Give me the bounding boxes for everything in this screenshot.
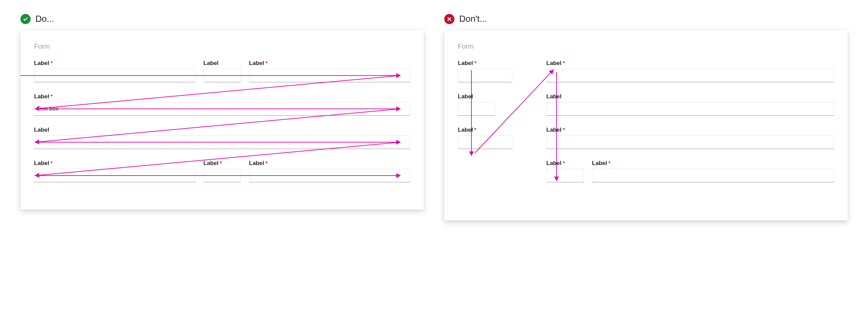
field-label-text: Label	[458, 93, 473, 100]
form-field: Label*	[546, 160, 584, 182]
required-marker: *	[50, 60, 52, 65]
x-icon	[444, 14, 454, 24]
required-marker: *	[474, 127, 476, 132]
form-field: Label*	[546, 60, 834, 82]
form-field: Label*	[249, 160, 411, 182]
field-label-text: Label	[34, 160, 49, 167]
check-icon	[20, 14, 31, 24]
form-row: Label*LabelLabel*	[34, 60, 410, 82]
text-input[interactable]: Text box	[34, 102, 410, 116]
form-row: Label*Label*Label*	[34, 160, 410, 182]
form-field: Label*	[249, 60, 411, 82]
text-input[interactable]	[458, 69, 512, 82]
text-input[interactable]	[592, 169, 834, 182]
text-input[interactable]	[34, 135, 410, 149]
form-field: Label	[34, 127, 410, 149]
field-label: Label*	[592, 160, 834, 167]
text-input[interactable]	[546, 135, 834, 149]
required-marker: *	[220, 160, 222, 165]
field-label-text: Label	[204, 160, 219, 167]
field-label-text: Label	[458, 127, 473, 133]
text-input[interactable]	[34, 69, 195, 82]
dont-heading-text: Don't...	[459, 14, 487, 24]
field-label: Label	[34, 127, 410, 133]
form-field: Label*	[592, 160, 834, 182]
text-input[interactable]	[458, 102, 495, 116]
field-label: Label*	[249, 60, 411, 67]
field-label-text: Label	[546, 93, 561, 100]
form-field: Label*	[34, 60, 195, 82]
field-label-text: Label	[34, 93, 49, 100]
field-label: Label*	[34, 93, 410, 100]
field-label-text: Label	[34, 127, 49, 133]
text-input[interactable]	[34, 169, 195, 182]
field-label: Label	[546, 93, 834, 100]
form-field: Label*	[458, 60, 512, 82]
required-marker: *	[474, 60, 476, 65]
text-input[interactable]	[204, 169, 241, 182]
form-row: Label*Label*	[546, 160, 834, 193]
form-row: Label*Text box	[34, 93, 410, 116]
required-marker: *	[563, 127, 565, 132]
field-label-text: Label	[546, 127, 561, 133]
form-title: Form	[458, 43, 834, 50]
field-label: Label*	[458, 127, 512, 133]
required-marker: *	[266, 60, 268, 65]
required-marker: *	[50, 94, 52, 99]
required-marker: *	[608, 160, 610, 165]
required-marker: *	[563, 60, 565, 65]
do-card: Form Label*LabelLabel*Label*Text boxLabe…	[20, 30, 424, 210]
form-field: Label	[204, 60, 241, 82]
dont-heading: Don't...	[444, 14, 848, 24]
form-field: Label*	[204, 160, 241, 182]
dont-card: Form Label*LabelLabel* Label*LabelLabel*…	[444, 30, 848, 220]
do-heading: Do...	[20, 14, 424, 24]
form-field: Label*	[546, 127, 834, 149]
form-field: Label	[458, 93, 495, 116]
form-row: Label	[34, 127, 410, 149]
field-label-text: Label	[546, 160, 561, 167]
field-label: Label*	[204, 160, 241, 167]
do-column: Do... Form Label*LabelLabel*Label*Text b…	[20, 14, 424, 210]
form-field: Label*	[458, 127, 512, 149]
field-label: Label*	[34, 60, 195, 67]
field-label: Label	[204, 60, 241, 67]
field-label: Label	[458, 93, 495, 100]
text-input[interactable]	[249, 69, 411, 82]
field-label-text: Label	[204, 60, 219, 67]
text-input[interactable]	[249, 169, 411, 182]
text-input[interactable]	[458, 135, 512, 149]
do-heading-text: Do...	[35, 14, 54, 24]
field-label: Label*	[546, 60, 834, 67]
field-label-text: Label	[249, 160, 264, 167]
required-marker: *	[563, 160, 565, 165]
text-input[interactable]	[204, 69, 241, 82]
field-label: Label*	[546, 127, 834, 133]
field-label: Label*	[546, 160, 584, 167]
text-input[interactable]	[546, 102, 834, 116]
field-label-text: Label	[249, 60, 264, 67]
dont-column: Don't... Form Label*LabelLabel* Label*La…	[444, 14, 848, 220]
form-field: Label*Text box	[34, 93, 410, 116]
field-label: Label*	[34, 160, 195, 167]
required-marker: *	[50, 160, 52, 165]
field-label-text: Label	[458, 60, 473, 67]
text-input[interactable]	[546, 169, 584, 182]
field-label: Label*	[249, 160, 411, 167]
form-title: Form	[34, 43, 410, 50]
required-marker: *	[266, 160, 268, 165]
field-label-text: Label	[546, 60, 561, 67]
form-field: Label	[546, 93, 834, 116]
field-label-text: Label	[34, 60, 49, 67]
form-field: Label*	[34, 160, 195, 182]
text-input[interactable]	[546, 69, 834, 82]
field-label: Label*	[458, 60, 512, 67]
field-label-text: Label	[592, 160, 607, 167]
